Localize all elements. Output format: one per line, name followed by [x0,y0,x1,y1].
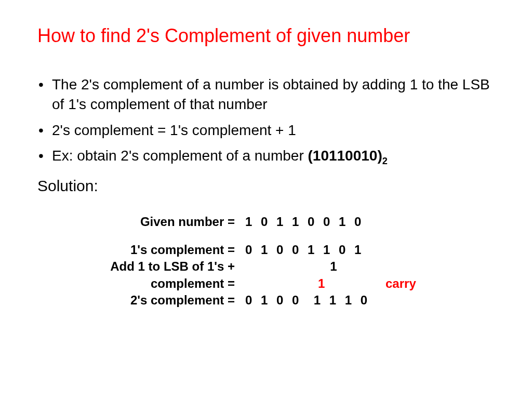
given-label: Given number = [95,214,245,230]
calc-row-complement: complement = 1 carry [95,275,501,292]
calculation-block: Given number = 1 0 1 1 0 0 1 0 1's compl… [95,214,501,309]
carry-value: 1 [245,275,380,292]
twos-label: 2's complement = [95,292,245,309]
solution-label: Solution: [37,177,501,195]
bullet-item: Ex: obtain 2's complement of a number (1… [37,146,501,167]
bullet-item: The 2's complement of a number is obtain… [37,75,501,114]
ones-label: 1's complement = [95,242,245,258]
calc-row-add: Add 1 to LSB of 1's + 1 [95,258,501,275]
ones-value: 0 1 0 0 1 1 0 1 [245,242,380,258]
calc-row-given: Given number = 1 0 1 1 0 0 1 0 [95,214,501,230]
slide-title: How to find 2's Complement of given numb… [37,25,501,47]
calc-row-ones: 1's complement = 0 1 0 0 1 1 0 1 [95,242,501,258]
ex-subscript: 2 [382,156,388,166]
add-label: Add 1 to LSB of 1's + [95,258,245,275]
bullet-item: 2's complement = 1's complement + 1 [37,121,501,140]
calc-row-twos: 2's complement = 0 1 0 0 1 1 1 0 [95,292,501,309]
given-value: 1 0 1 1 0 0 1 0 [245,214,380,230]
ex-number: (10110010) [308,148,382,164]
twos-value: 0 1 0 0 1 1 1 0 [245,292,380,309]
bullet-list: The 2's complement of a number is obtain… [37,75,501,168]
carry-label: carry [380,275,416,292]
add-value: 1 [245,258,380,275]
ex-prefix: Ex: obtain 2's complement of a number [52,148,308,164]
complement-label: complement = [95,275,245,292]
